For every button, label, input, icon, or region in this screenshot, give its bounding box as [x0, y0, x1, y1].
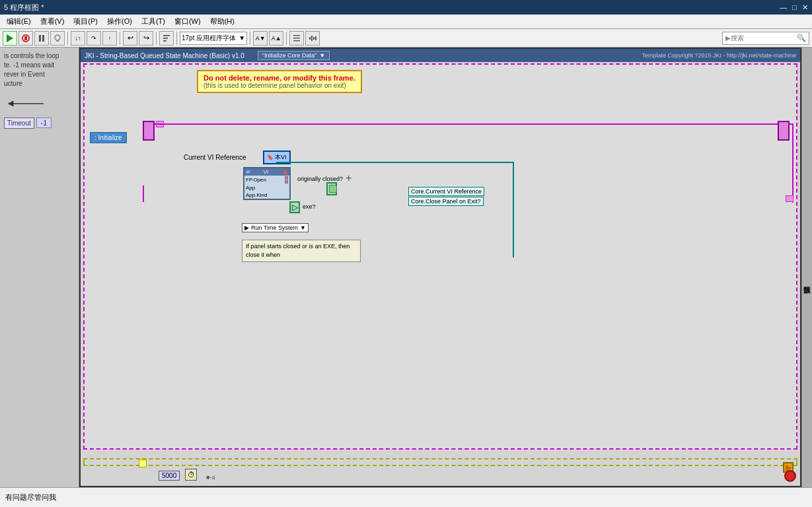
search-box[interactable]: ▶ 🔍	[722, 32, 809, 45]
yellow-frame	[83, 458, 797, 466]
svg-rect-12	[315, 36, 316, 40]
menu-bar: 编辑(E) 查看(V) 项目(P) 操作(O) 工具(T) 窗口(W) 帮助(H…	[0, 15, 812, 29]
pink-terminal-left-1	[143, 121, 155, 141]
pink-terminal-right-2	[786, 195, 794, 202]
menu-window[interactable]: 窗口(W)	[170, 15, 205, 28]
notice-title: Do not delete, rename, or modify this fr…	[203, 74, 355, 82]
svg-rect-5	[163, 40, 166, 42]
pink-wire-top	[155, 123, 794, 125]
menu-edit[interactable]: 编辑(E)	[3, 15, 35, 28]
maximize-btn[interactable]: □	[792, 3, 797, 12]
diag-indicator: ■-a	[206, 474, 215, 481]
font-dropdown-arrow[interactable]: ▼	[239, 34, 245, 42]
core-close-panel-output: Core.Close Panel on Exit?	[408, 197, 484, 206]
search-arrow-icon: ▶	[725, 34, 731, 42]
menu-operate[interactable]: 操作(O)	[103, 15, 136, 28]
menu-tools[interactable]: 工具(T)	[137, 15, 169, 28]
cleanup-btn[interactable]	[159, 31, 174, 46]
font-dropdown[interactable]: 17pt 应用程序字体 ▼	[180, 32, 247, 45]
timeout-label: Timeout	[4, 118, 34, 129]
pink-frame: Do not delete, rename, or modify this fr…	[83, 63, 797, 450]
jki-copyright: Template Copyright ?2015 JKI - http://jk…	[642, 52, 796, 59]
toolbar: ↓↑ ↷ ↑ ↩ ↪ 17pt 应用程序字体 ▼ A▼ A▲ ▶ 🔍	[0, 29, 812, 48]
app-kind-label: App.Kind	[246, 192, 267, 198]
vi-ref-label: Current VI Reference	[184, 154, 246, 161]
comment-box: If panel starts closed or is an EXE, the…	[242, 240, 361, 262]
abort-button[interactable]	[18, 31, 33, 46]
svg-marker-0	[7, 34, 13, 42]
step-out-btn[interactable]: ↑	[102, 31, 117, 46]
notice-box: Do not delete, rename, or modify this fr…	[197, 70, 362, 93]
right-data-panel: 数据簇	[801, 48, 812, 487]
exe-label: exe?	[303, 203, 316, 210]
jki-outer-frame: JKI - String-Based Queued State Machine …	[79, 48, 801, 487]
state-selector[interactable]: "Initialize Core Data" ▼	[258, 51, 330, 60]
pink-wire-right	[792, 123, 794, 203]
step-over-btn[interactable]: ↷	[87, 31, 101, 46]
separator-1	[67, 32, 68, 45]
jki-title: JKI - String-Based Queued State Machine …	[85, 52, 244, 59]
menu-view[interactable]: 查看(V)	[36, 15, 69, 28]
originally-closed-label: originally closed?	[297, 176, 343, 182]
runtime-enum[interactable]: ▶ Run Time System ▼	[242, 223, 309, 232]
plus-icon: +	[346, 172, 351, 184]
status-bar: 有问题尽管问我	[0, 487, 812, 507]
separator-3	[156, 32, 157, 45]
svg-rect-11	[313, 37, 314, 40]
window-title: 5 程序框图 *	[4, 3, 44, 13]
run-button[interactable]	[3, 31, 17, 46]
pink-wire-v-mid	[143, 186, 144, 202]
core-vi-ref-output: Core.Current VI Reference	[408, 187, 484, 196]
font-value: 17pt 应用程序字体	[182, 34, 236, 43]
svg-rect-4	[163, 38, 168, 39]
minimize-btn[interactable]: —	[780, 3, 787, 12]
menu-help[interactable]: 帮助(H)	[206, 15, 239, 28]
teal-wire-v	[513, 162, 514, 257]
stop-button[interactable]	[784, 470, 796, 482]
search-input[interactable]	[731, 34, 797, 42]
loop-control-text: is controls the loop te. -1 means wait r…	[4, 51, 75, 88]
separator-6	[286, 32, 287, 45]
teal-wire-h	[276, 162, 514, 163]
highlight-button[interactable]	[50, 31, 65, 46]
fp-open-label: FP.Open	[246, 177, 266, 183]
exe-select-node[interactable]: ▷	[289, 201, 300, 213]
status-text: 有问题尽管问我	[5, 492, 56, 502]
svg-rect-7	[293, 38, 300, 39]
search-icon[interactable]: 🔍	[797, 34, 806, 42]
font-size-up-btn[interactable]: A▲	[269, 31, 283, 46]
redo-btn[interactable]: ↪	[139, 31, 153, 46]
bool-constant[interactable]	[329, 185, 337, 193]
svg-rect-8	[293, 40, 300, 42]
svg-rect-9	[309, 37, 311, 40]
more-btn[interactable]	[305, 31, 320, 46]
pink-terminal-right-1	[778, 121, 790, 141]
main-area: is controls the loop te. -1 means wait r…	[0, 48, 812, 487]
initialize-state-label: : Initialize	[90, 132, 127, 143]
app-label: App	[246, 185, 255, 191]
separator-5	[250, 32, 250, 45]
timeout-value: -1	[36, 118, 52, 128]
subvi-main-block[interactable]: ⇌ VI 🔖 FP.Open App	[243, 167, 291, 200]
state-selector-arrow[interactable]: ▼	[319, 52, 325, 59]
svg-point-1	[55, 35, 60, 40]
font-size-down-btn[interactable]: A▼	[253, 31, 268, 46]
jki-title-bar: JKI - String-Based Queued State Machine …	[81, 49, 800, 62]
separator-2	[120, 32, 120, 45]
notice-subtitle: (this is used to determine panel behavio…	[203, 82, 355, 89]
separator-4	[176, 32, 177, 45]
pause-button[interactable]	[34, 31, 49, 46]
menu-project[interactable]: 项目(P)	[69, 15, 102, 28]
diagram-area[interactable]: JKI - String-Based Queued State Machine …	[79, 48, 812, 487]
timer-icon[interactable]: ⏱	[185, 469, 197, 481]
step-into-btn[interactable]: ↓↑	[71, 31, 85, 46]
yellow-terminal-left	[139, 459, 147, 467]
align-btn[interactable]	[289, 31, 304, 46]
close-btn[interactable]: ✕	[802, 3, 808, 12]
num-const-5000: 5000	[159, 471, 180, 481]
state-selector-label: "Initialize Core Data"	[262, 52, 316, 59]
svg-rect-6	[293, 35, 300, 36]
left-panel: is controls the loop te. -1 means wait r…	[0, 48, 79, 487]
undo-btn[interactable]: ↩	[123, 31, 137, 46]
window-controls[interactable]: — □ ✕	[780, 3, 808, 12]
